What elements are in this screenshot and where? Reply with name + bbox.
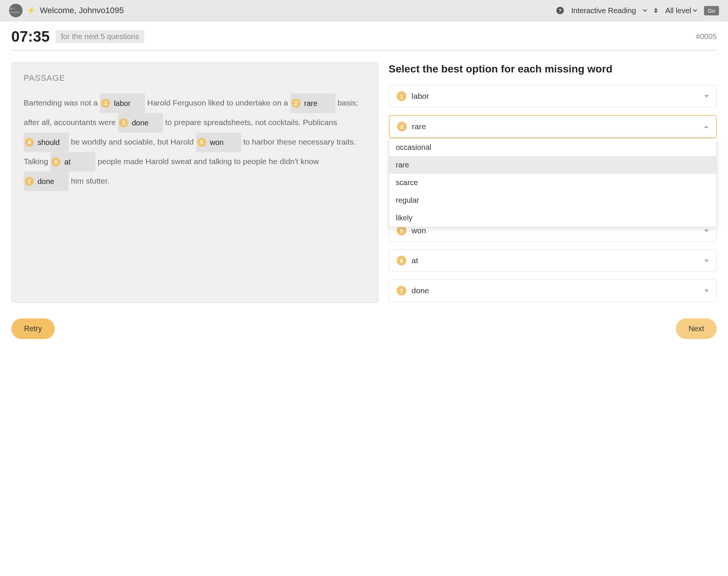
timer: 07:35 — [11, 28, 50, 45]
sub-header: 07:35 for the next 5 questions #0005 — [0, 21, 728, 50]
reading-mode-label[interactable]: Interactive Reading — [571, 6, 636, 15]
blank-word: at — [64, 153, 71, 170]
dropdown-option-likely[interactable]: likely — [389, 209, 716, 227]
main-area: PASSAGE Bartending was not a 1 labor Har… — [0, 62, 728, 317]
select-number: 2 — [397, 122, 407, 131]
blank-word: rare — [304, 95, 318, 112]
caret-down-icon — [704, 95, 709, 98]
blank-word: should — [38, 134, 60, 151]
select-7[interactable]: 7 done — [389, 279, 717, 302]
blank-7[interactable]: 7 done — [24, 172, 69, 191]
progress-divider — [11, 50, 717, 51]
blank-number: 1 — [101, 99, 110, 108]
blank-3[interactable]: 3 done — [118, 113, 163, 133]
dropdown-option-occasional[interactable]: occasional — [389, 139, 716, 156]
go-button[interactable]: Go — [704, 6, 719, 15]
dropdown-option-rare[interactable]: rare — [389, 156, 716, 174]
welcome-text: Welcome, Johnvo1095 — [40, 6, 124, 15]
blank-1[interactable]: 1 labor — [100, 93, 145, 113]
blank-word: won — [210, 134, 224, 151]
passage-segment: Bartending was not a — [24, 98, 100, 107]
caret-down-icon — [704, 229, 709, 232]
blank-number: 6 — [51, 157, 60, 166]
select-value: done — [412, 286, 429, 295]
select-6[interactable]: 6 at — [389, 249, 717, 272]
caret-down-icon — [704, 259, 709, 262]
dropdown-option-regular[interactable]: regular — [389, 191, 716, 209]
blank-number: 4 — [25, 138, 34, 147]
select-number: 6 — [397, 256, 406, 265]
passage-segment: to prepare spreadsheets, not cocktails. … — [165, 118, 337, 127]
caret-down-icon — [704, 290, 709, 292]
blank-4[interactable]: 4 should — [24, 133, 69, 152]
select-2[interactable]: 2 rare — [389, 115, 717, 138]
caret-up-icon — [704, 125, 708, 128]
footer: Retry Next — [0, 317, 728, 350]
next-button[interactable]: Next — [676, 318, 717, 339]
passage-panel: PASSAGE Bartending was not a 1 labor Har… — [11, 62, 378, 303]
blank-word: done — [38, 173, 54, 190]
dropdown-option-scarce[interactable]: scarce — [389, 174, 716, 191]
sort-icon[interactable] — [654, 8, 658, 13]
blank-number: 5 — [197, 138, 206, 147]
passage-segment: people made Harold sweat and talking to … — [98, 157, 319, 166]
header-left: DET Practice ⚡ Welcome, Johnvo1095 — [9, 4, 124, 17]
passage-title: PASSAGE — [24, 73, 366, 83]
select-value: won — [412, 226, 426, 235]
passage-segment: Harold Ferguson liked to undertake on a — [147, 98, 290, 107]
instruction: Select the best option for each missing … — [389, 62, 717, 76]
chevron-down-icon — [693, 8, 697, 12]
select-number: 1 — [397, 91, 406, 101]
answer-panel: Select the best option for each missing … — [389, 62, 717, 309]
blank-number: 3 — [119, 118, 128, 127]
bolt-icon: ⚡ — [27, 6, 35, 15]
questions-hint: for the next 5 questions — [56, 30, 144, 43]
question-number: #0005 — [696, 32, 717, 41]
retry-button[interactable]: Retry — [11, 318, 55, 339]
blank-word: labor — [114, 95, 130, 112]
chevron-down-icon[interactable] — [643, 8, 647, 12]
select-1[interactable]: 1 labor — [389, 85, 717, 107]
select-number: 5 — [397, 226, 406, 235]
help-icon[interactable]: ? — [556, 7, 564, 14]
select-value: rare — [412, 122, 426, 131]
header-right: ?Interactive Reading All level Go — [556, 6, 719, 15]
blank-number: 2 — [292, 99, 301, 108]
passage-segment: him stutter. — [71, 176, 110, 185]
blank-6[interactable]: 6 at — [50, 152, 95, 172]
level-select[interactable]: All level — [665, 6, 696, 15]
blank-5[interactable]: 5 won — [196, 133, 241, 152]
passage-text: Bartending was not a 1 labor Harold Ferg… — [24, 93, 366, 191]
level-label: All level — [665, 6, 691, 15]
blank-number: 7 — [25, 177, 34, 186]
select-value: labor — [412, 92, 429, 101]
select-value: at — [412, 256, 418, 265]
select-number: 7 — [397, 286, 406, 296]
passage-segment: be worldly and sociable, but Harold — [71, 137, 196, 146]
dropdown-options: occasional rare scarce regular likely — [389, 138, 717, 227]
blank-2[interactable]: 2 rare — [290, 93, 335, 113]
header-bar: DET Practice ⚡ Welcome, Johnvo1095 ?Inte… — [0, 0, 728, 21]
avatar[interactable]: DET Practice — [9, 4, 23, 17]
sub-header-left: 07:35 for the next 5 questions — [11, 28, 144, 45]
blank-word: done — [132, 114, 149, 131]
